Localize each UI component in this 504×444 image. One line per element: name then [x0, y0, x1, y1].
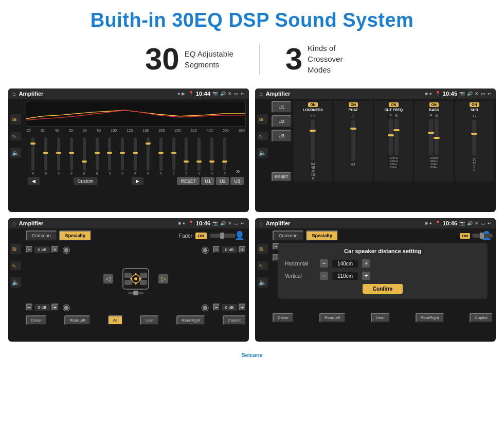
window-icon-2: ▭: [481, 91, 485, 96]
slider-track-13[interactable]: [185, 137, 188, 171]
slider-track-10[interactable]: [147, 137, 150, 171]
camera-icon-2: 📷: [459, 91, 465, 96]
wave-left-icon-4: ∿: [257, 261, 268, 270]
left-icons-3: ≋ ∿ 🔈: [10, 244, 21, 288]
common-tab[interactable]: Common: [26, 230, 57, 241]
cutfreq-f-slider[interactable]: [389, 119, 393, 155]
nav-right[interactable]: ▷: [158, 274, 168, 283]
slider-track-4[interactable]: [70, 137, 73, 171]
horizontal-plus[interactable]: +: [362, 259, 370, 268]
slider-track-7[interactable]: [108, 137, 111, 171]
crossover-col-sub: ON SUB G 20 15 5 0: [455, 101, 494, 182]
nav-left[interactable]: ◁: [103, 274, 113, 283]
status-icons-2: 📍 10:45 📷 🔊 ✕ ▭ ↩: [435, 91, 492, 97]
stat-crossover-label: Kinds ofCrossover Modes: [308, 43, 359, 75]
dist-fader-bar[interactable]: [472, 234, 493, 238]
slider-track-6[interactable]: [96, 137, 99, 171]
u2-button[interactable]: U2: [272, 115, 292, 128]
db-minus-br[interactable]: −: [213, 304, 220, 311]
eq-u2-button[interactable]: U2: [216, 177, 229, 185]
dist-rearright-button[interactable]: RearRight: [416, 313, 444, 323]
eq-preset-button[interactable]: Custom: [74, 177, 98, 185]
slider-val-8: 0: [122, 172, 123, 175]
speaker-diagram-svg: [115, 258, 156, 299]
dist-common-tab[interactable]: Common: [273, 230, 304, 241]
slider-track-14[interactable]: [197, 137, 201, 171]
slider-track-15[interactable]: [210, 137, 213, 171]
vertical-value: 110cm: [332, 272, 358, 280]
cutfreq-on-badge: ON: [389, 102, 399, 107]
phat-slider[interactable]: [351, 120, 355, 161]
dist-user-button[interactable]: User: [371, 313, 390, 323]
user-button[interactable]: User: [140, 315, 159, 325]
slider-track-8[interactable]: [121, 137, 124, 171]
dist-rearleft-button[interactable]: RearLeft: [319, 313, 346, 323]
db-plus-br[interactable]: +: [239, 304, 246, 311]
distance-main-area: − − Car speaker distance setting Horizon…: [273, 243, 493, 261]
ear-icon-br: ◉: [201, 301, 209, 313]
db-plus-tr[interactable]: +: [239, 246, 246, 253]
all-button[interactable]: All: [108, 315, 123, 325]
bass-g-slider[interactable]: [435, 119, 439, 155]
status-bar-1: ⌂ Amplifier ● ▶ 📍 10:44 📷 🔊 ✕ ▭ ↩: [8, 88, 249, 99]
rearleft-button[interactable]: RearLeft: [64, 315, 91, 325]
crossover-col-phat: ON PHAT G 64: [334, 101, 372, 182]
slider-track-9[interactable]: [134, 137, 137, 171]
stat-eq-number: 30: [145, 44, 179, 75]
slider-track-3[interactable]: [57, 137, 60, 171]
crossover-reset-button[interactable]: RESET: [272, 172, 292, 182]
horizontal-minus[interactable]: −: [320, 259, 328, 268]
confirm-button[interactable]: Confirm: [363, 284, 403, 294]
rearright-button[interactable]: RearRight: [176, 315, 205, 325]
slider-track-2[interactable]: [44, 137, 47, 171]
slider-track-11[interactable]: [159, 137, 163, 171]
eq-u1-button[interactable]: U1: [201, 177, 214, 185]
cutfreq-f-thumb: [388, 134, 394, 136]
dist-copilot-button[interactable]: Copilot: [470, 313, 493, 323]
driver-button[interactable]: Driver: [26, 315, 47, 325]
bass-f-slider[interactable]: [429, 119, 433, 155]
sub-slider[interactable]: [472, 120, 476, 156]
db-plus-tl[interactable]: +: [51, 246, 59, 253]
slider-val-12: 0: [173, 172, 174, 175]
slider-col-expand[interactable]: »: [236, 167, 240, 175]
db-control-bl: − 0 dB + ◉: [26, 301, 135, 313]
eq-prev-button[interactable]: ◀: [28, 177, 40, 185]
u1-button[interactable]: U1: [272, 101, 292, 113]
db-minus-tr[interactable]: −: [213, 246, 220, 253]
eq-u3-button[interactable]: U3: [230, 177, 244, 185]
freq-50: 50: [69, 129, 73, 132]
volume-icon-4: 🔊: [467, 221, 473, 226]
loudness-slider[interactable]: [311, 119, 315, 161]
close-icon-1: ✕: [228, 91, 232, 96]
volume-icon-2: 🔊: [467, 91, 473, 96]
dist-specialty-tab[interactable]: Specialty: [306, 230, 339, 241]
slider-track-16[interactable]: [223, 137, 226, 171]
db-plus-bl[interactable]: +: [51, 304, 59, 311]
speaker-bottom-buttons: Driver RearLeft All User RearRight Copil…: [26, 315, 246, 325]
eq-next-button[interactable]: ▶: [132, 177, 143, 185]
fader-bar[interactable]: [210, 234, 236, 238]
db-minus-bl[interactable]: −: [26, 304, 33, 311]
dist-bottom-area: Driver RearLeft User RearRight Copilot: [273, 313, 493, 323]
dist-driver-button[interactable]: Driver: [273, 313, 294, 323]
cutfreq-g-slider[interactable]: [394, 119, 399, 155]
slider-track-5[interactable]: [83, 137, 86, 171]
horizontal-label: Horizontal: [285, 261, 316, 267]
slider-val-15: -1: [210, 172, 213, 175]
ear-icon-bl: ◉: [62, 301, 70, 313]
eq-left-icon-3: ≋: [10, 244, 21, 254]
u3-button[interactable]: U3: [272, 130, 292, 142]
freq-40: 40: [55, 129, 59, 132]
eq-reset-button[interactable]: RESET: [177, 177, 200, 185]
freq-250: 250: [175, 129, 181, 132]
db-minus-tl[interactable]: −: [26, 246, 33, 253]
specialty-tab[interactable]: Specialty: [59, 230, 92, 241]
slider-track-1[interactable]: [31, 137, 34, 171]
vertical-minus[interactable]: −: [320, 272, 328, 280]
vertical-plus[interactable]: +: [362, 272, 370, 280]
copilot-button[interactable]: Copilot: [223, 315, 246, 325]
slider-val-6: 0: [96, 172, 98, 175]
brand-name: Seicane: [241, 352, 263, 358]
slider-track-12[interactable]: [172, 137, 175, 171]
